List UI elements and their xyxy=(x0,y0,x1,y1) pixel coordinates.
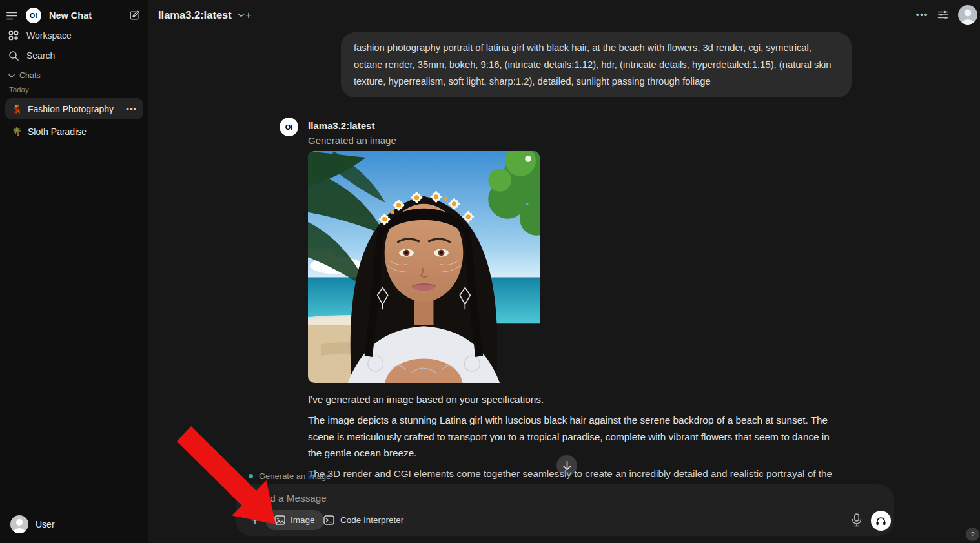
app-logo-icon[interactable]: OI xyxy=(26,8,41,23)
chats-section-header[interactable]: Chats xyxy=(0,69,148,82)
topbar-actions: ••• xyxy=(916,5,977,25)
settings-sliders-icon[interactable] xyxy=(937,9,949,21)
code-interpreter-button[interactable]: Code Interpreter xyxy=(323,510,403,530)
status-label: Generate an image xyxy=(259,471,331,481)
help-button[interactable]: ? xyxy=(966,528,979,541)
arrow-down-icon xyxy=(562,460,572,471)
assistant-paragraph: I've generated an image based on your sp… xyxy=(308,391,845,408)
sidebar-item-search[interactable]: Search xyxy=(0,46,148,65)
assistant-model-name: llama3.2:latest xyxy=(308,120,374,131)
generation-status: Generate an image xyxy=(249,471,331,481)
attach-button[interactable]: + xyxy=(247,511,263,530)
workspace-icon xyxy=(8,30,19,41)
message-input[interactable]: Send a Message xyxy=(252,493,327,504)
chat-list-item-fashion-photography[interactable]: 💃 Fashion Photography ••• xyxy=(5,98,143,119)
chat-more-icon[interactable]: ••• xyxy=(126,104,137,114)
model-name: llama3.2:latest xyxy=(158,9,232,21)
chat-date-group: Today xyxy=(9,86,29,94)
terminal-icon xyxy=(323,515,334,525)
sidebar-toggle-icon[interactable] xyxy=(6,11,17,21)
generated-image-art xyxy=(308,151,540,383)
sidebar-item-workspace[interactable]: Workspace xyxy=(0,26,148,45)
sidebar-item-label: Workspace xyxy=(26,30,72,41)
user-message-bubble: fashion photography portrait of latina g… xyxy=(341,32,852,97)
more-options-icon[interactable]: ••• xyxy=(916,10,928,20)
call-button[interactable] xyxy=(871,511,891,531)
new-chat-icon[interactable] xyxy=(128,10,140,21)
main-area: llama3.2:latest + ••• fashion photograph… xyxy=(148,0,980,543)
model-selector[interactable]: llama3.2:latest xyxy=(158,9,245,21)
image-button-label: Image xyxy=(291,515,315,525)
message-composer: Send a Message + Image Code Interpreter xyxy=(236,484,894,536)
chat-list-item-sloth-paradise[interactable]: 🌴 Sloth Paradise xyxy=(5,121,143,142)
image-icon xyxy=(274,515,285,525)
chat-title: Sloth Paradise xyxy=(28,127,87,137)
search-icon xyxy=(8,50,19,61)
sidebar-item-label: Search xyxy=(26,50,55,61)
headphones-icon xyxy=(875,516,886,526)
sidebar-header: OI New Chat xyxy=(0,6,148,25)
scroll-to-bottom-button[interactable] xyxy=(556,455,577,476)
chats-section-label: Chats xyxy=(19,71,41,80)
microphone-icon[interactable] xyxy=(851,513,865,528)
status-dot-icon xyxy=(249,474,253,478)
sidebar: OI New Chat Workspace Search xyxy=(0,0,148,543)
code-interpreter-label: Code Interpreter xyxy=(340,515,403,525)
chat-emoji-icon: 💃 xyxy=(12,104,22,114)
chevron-down-icon xyxy=(8,74,15,78)
chat-title: Fashion Photography xyxy=(28,104,114,114)
add-model-button[interactable]: + xyxy=(245,9,252,22)
topbar: llama3.2:latest + ••• xyxy=(148,0,980,32)
chat-emoji-icon: 🌴 xyxy=(12,127,22,136)
assistant-status-text: Generated an image xyxy=(308,135,396,146)
chevron-down-icon xyxy=(238,13,245,17)
new-chat-button[interactable]: New Chat xyxy=(49,10,92,21)
user-name: User xyxy=(36,519,55,529)
generated-image[interactable] xyxy=(308,151,540,383)
user-avatar xyxy=(10,515,28,533)
assistant-avatar: OI xyxy=(280,118,298,136)
account-avatar[interactable] xyxy=(958,5,977,25)
user-profile-button[interactable]: User xyxy=(5,511,143,538)
assistant-paragraph: The image depicts a stunning Latina girl… xyxy=(308,412,845,462)
image-tool-button[interactable]: Image xyxy=(265,510,324,530)
